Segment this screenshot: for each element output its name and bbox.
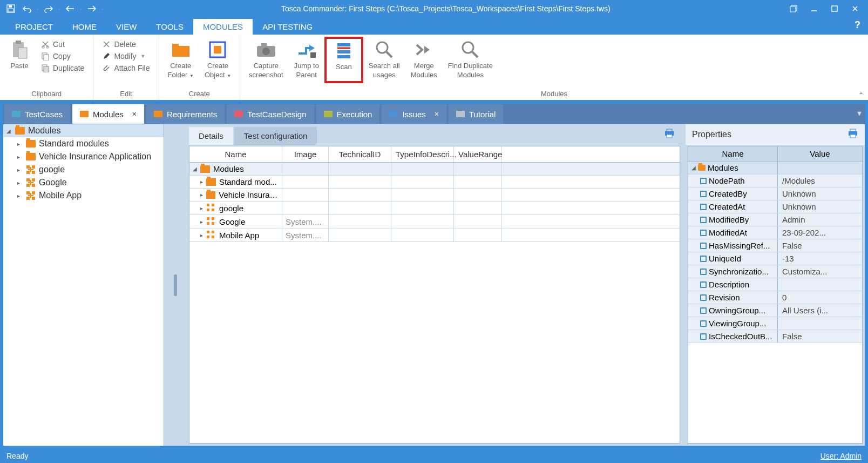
modify-button[interactable]: Modify▼ <box>100 51 152 62</box>
grid-row[interactable]: ▸Vehicle Insuran... <box>189 189 680 202</box>
create-object-button[interactable]: Create Object ▼ <box>199 37 236 81</box>
grid-row[interactable]: ▸Google System.... <box>189 215 680 229</box>
menu-home[interactable]: HOME <box>63 19 106 35</box>
close-icon[interactable]: × <box>435 110 439 118</box>
save-icon[interactable] <box>3 1 18 16</box>
close-icon[interactable] <box>845 1 865 16</box>
tab-test-configuration[interactable]: Test configuration <box>234 127 317 145</box>
restore-down-icon[interactable] <box>784 1 803 16</box>
tab-testcasedesign[interactable]: TestCaseDesign <box>227 104 314 124</box>
expand-icon[interactable]: ▸ <box>17 167 23 173</box>
props-row[interactable]: HasMissingRef...False <box>688 239 862 252</box>
splitter-handle-icon[interactable] <box>174 274 177 296</box>
menu-api-testing[interactable]: API TESTING <box>253 19 322 35</box>
ribbon-collapse-icon[interactable]: ⌃ <box>858 91 864 99</box>
tree-item[interactable]: ▸Vehicle Insurance Application <box>3 150 164 163</box>
status-user[interactable]: User: Admin <box>820 452 862 460</box>
col-name[interactable]: Name <box>189 146 282 162</box>
expand-icon[interactable]: ▸ <box>200 205 203 211</box>
tab-modules[interactable]: Modules× <box>72 104 144 124</box>
expand-icon[interactable]: ▸ <box>17 141 23 147</box>
help-icon[interactable]: ? <box>855 19 860 31</box>
svg-rect-1 <box>9 5 12 8</box>
create-folder-button[interactable]: Create Folder ▼ <box>162 37 199 81</box>
find-duplicate-modules-button[interactable]: Find Duplicate Modules <box>443 37 498 81</box>
props-row[interactable]: CreatedAtUnknown <box>688 200 862 213</box>
tab-testcases[interactable]: TestCases <box>4 104 70 124</box>
props-group-row[interactable]: ◢Modules <box>688 162 862 175</box>
col-image[interactable]: Image <box>282 146 329 162</box>
props-row[interactable]: ModifiedByAdmin <box>688 213 862 226</box>
minimize-icon[interactable] <box>804 1 824 16</box>
tab-dropdown-icon[interactable]: ▾ <box>857 108 862 118</box>
maximize-icon[interactable] <box>825 1 844 16</box>
menu-project[interactable]: PROJECT <box>5 19 63 35</box>
expand-icon[interactable]: ▸ <box>17 193 23 199</box>
menu-modules[interactable]: MODULES <box>193 19 253 35</box>
tree-item[interactable]: ▸Mobile App <box>3 189 164 202</box>
tab-issues[interactable]: Issues× <box>382 104 446 124</box>
menu-view[interactable]: VIEW <box>106 19 146 35</box>
props-row[interactable]: Revision0 <box>688 291 862 304</box>
props-row[interactable]: Description <box>688 278 862 291</box>
cut-button[interactable]: Cut <box>39 39 86 50</box>
tree-item[interactable]: ▸Standard modules <box>3 137 164 150</box>
paste-button[interactable]: Paste <box>3 37 36 72</box>
tab-tutorial[interactable]: Tutorial <box>449 104 503 124</box>
tab-requirements[interactable]: Requirements <box>146 104 225 124</box>
print-icon[interactable] <box>664 129 675 138</box>
props-row[interactable]: Synchronizatio...Customiza... <box>688 265 862 278</box>
menu-tools[interactable]: TOOLS <box>146 19 193 35</box>
grid-row[interactable]: ▸Standard mod... <box>189 176 680 189</box>
jump-to-parent-button[interactable]: Jump to Parent <box>289 37 324 81</box>
print-icon[interactable] <box>847 129 858 138</box>
grid-group-row[interactable]: ◢Modules <box>189 163 680 176</box>
close-icon[interactable]: × <box>132 110 137 118</box>
back-icon[interactable] <box>63 1 78 16</box>
expand-icon[interactable]: ▸ <box>17 154 23 160</box>
expand-icon[interactable]: ▸ <box>200 192 203 198</box>
tab-execution[interactable]: Execution <box>316 104 380 124</box>
grid-row[interactable]: ▸google <box>189 202 680 215</box>
redo-icon[interactable] <box>41 1 56 16</box>
grid-row[interactable]: ▸Mobile App System.... <box>189 229 680 242</box>
prop-value: 0 <box>778 291 862 304</box>
expand-icon[interactable]: ▸ <box>17 180 23 186</box>
expand-icon[interactable]: ▸ <box>200 219 203 225</box>
expand-icon[interactable]: ▸ <box>200 232 203 238</box>
col-valuerange[interactable]: ValueRange <box>454 146 501 162</box>
tree-root-modules[interactable]: ◢Modules <box>3 124 164 137</box>
props-row[interactable]: NodePath/Modules <box>688 175 862 187</box>
props-row[interactable]: OwningGroup...All Users (i... <box>688 304 862 317</box>
tree-item[interactable]: ▸google <box>3 163 164 176</box>
chevron-down-icon: ▼ <box>141 53 146 59</box>
forward-icon[interactable] <box>84 1 99 16</box>
props-row[interactable]: ModifiedAt23-09-202... <box>688 226 862 239</box>
props-col-value[interactable]: Value <box>778 146 862 161</box>
props-row[interactable]: UniqueId-13 <box>688 252 862 265</box>
col-typeinfo[interactable]: TypeInfoDescri... <box>391 146 454 162</box>
undo-icon[interactable] <box>19 1 35 16</box>
props-row[interactable]: ViewingGroup... <box>688 317 862 330</box>
expand-icon[interactable]: ▸ <box>200 179 203 185</box>
collapse-icon[interactable]: ◢ <box>691 165 696 171</box>
copy-button[interactable]: Copy <box>39 51 86 62</box>
folder-icon <box>234 111 243 117</box>
delete-button[interactable]: Delete <box>100 39 152 50</box>
collapse-icon[interactable]: ◢ <box>193 166 197 172</box>
tree-item[interactable]: ▸Google <box>3 176 164 189</box>
search-all-usages-button[interactable]: Search all usages <box>363 37 405 81</box>
props-col-name[interactable]: Name <box>688 146 778 161</box>
props-row[interactable]: CreatedByUnknown <box>688 187 862 200</box>
col-technicalid[interactable]: TechnicalID <box>329 146 391 162</box>
scan-button[interactable]: Scan <box>324 37 363 83</box>
collapse-icon[interactable]: ◢ <box>6 128 12 134</box>
duplicate-button[interactable]: Duplicate <box>39 63 86 73</box>
tab-details[interactable]: Details <box>189 127 233 145</box>
props-row[interactable]: IsCheckedOutB...False <box>688 330 862 343</box>
merge-modules-button[interactable]: Merge Modules <box>405 37 443 81</box>
attach-file-button[interactable]: Attach File <box>100 63 152 73</box>
window-title: Tosca Commander: First Steps (C:\Tosca_P… <box>108 4 784 13</box>
splitter[interactable] <box>164 124 187 446</box>
capture-screenshot-button[interactable]: Capture screenshot <box>243 37 289 81</box>
